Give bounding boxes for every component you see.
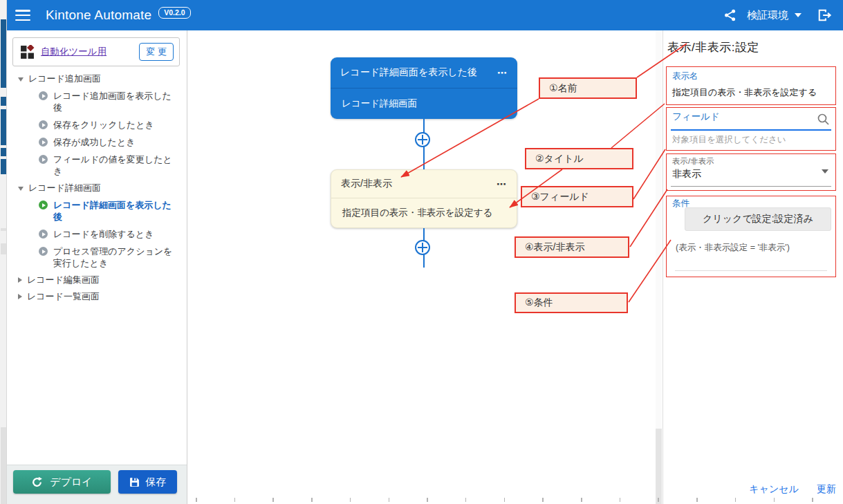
panel-title: 表示/非表示:設定 bbox=[667, 39, 759, 55]
action-node[interactable]: 表示/非表示 ⋯ 指定項目の表示・非表示を設定する bbox=[331, 169, 517, 228]
condition-section: 条件 クリックで設定:設定済み (表示・非表示設定 = '非表示') bbox=[666, 196, 836, 277]
environment-dropdown[interactable]: 検証環境 bbox=[747, 9, 802, 22]
action-node-subtitle: 指定項目の表示・非表示を設定する bbox=[331, 198, 517, 227]
play-circle-icon bbox=[39, 120, 48, 129]
menu-icon[interactable] bbox=[15, 10, 30, 21]
visibility-underline bbox=[671, 186, 831, 187]
action-node-title: 表示/非表示 bbox=[341, 178, 392, 190]
visibility-value: 非表示 bbox=[672, 168, 830, 180]
chevron-down-icon bbox=[795, 13, 802, 17]
version-badge: V0.2.0 bbox=[158, 7, 190, 19]
app-name-link[interactable]: 自動化ツール用 bbox=[41, 46, 106, 58]
display-name-field[interactable]: 表示名 指定項目の表示・非表示を設定する bbox=[666, 66, 836, 105]
refresh-icon bbox=[31, 476, 43, 488]
annotation-field: ③フィールド bbox=[521, 186, 633, 207]
tree-group-record-edit[interactable]: レコード編集画面 bbox=[7, 272, 187, 288]
field-select-placeholder: 対象項目を選択してください bbox=[672, 134, 786, 146]
event-tree: レコード追加画面 レコード追加画面を表示した後 保存をクリックしたとき 保存が成… bbox=[7, 71, 187, 305]
top-app-bar: Kintone Automate V0.2.0 検証環境 bbox=[7, 0, 843, 30]
tree-item[interactable]: フィールドの値を変更したとき bbox=[7, 151, 187, 180]
deploy-button[interactable]: デプロイ bbox=[13, 470, 111, 494]
chevron-expanded-icon bbox=[18, 187, 24, 191]
tree-item-label: レコードを削除するとき bbox=[53, 228, 154, 240]
node-menu-icon[interactable]: ⋯ bbox=[497, 178, 507, 189]
divider bbox=[675, 270, 827, 271]
tree-group-label: レコード詳細画面 bbox=[28, 182, 101, 194]
visibility-label: 表示/非表示 bbox=[672, 156, 830, 167]
play-circle-icon bbox=[39, 230, 48, 239]
play-circle-icon bbox=[39, 91, 48, 100]
condition-summary: (表示・非表示設定 = '非表示') bbox=[676, 242, 790, 254]
trigger-node[interactable]: レコード詳細画面を表示した後 ⋯ レコード詳細画面 bbox=[331, 57, 517, 119]
trigger-node-subtitle: レコード詳細画面 bbox=[331, 88, 517, 118]
play-circle-icon bbox=[39, 155, 48, 164]
play-circle-icon bbox=[39, 138, 48, 147]
annotation-title: ②タイトル bbox=[525, 148, 633, 169]
floppy-icon bbox=[129, 477, 140, 487]
tree-item-label: レコード詳細画面を表示した後 bbox=[53, 199, 180, 223]
annotation-name: ①名前 bbox=[539, 77, 637, 99]
play-circle-icon-active bbox=[39, 200, 48, 209]
save-button[interactable]: 保存 bbox=[118, 470, 177, 494]
sidebar-footer: デプロイ 保存 bbox=[7, 465, 187, 504]
display-name-value[interactable]: 指定項目の表示・非表示を設定する bbox=[672, 86, 830, 99]
app-icon bbox=[20, 45, 35, 59]
tree-group-label: レコード一覧画面 bbox=[27, 290, 100, 303]
tree-item-label: フィールドの値を変更したとき bbox=[53, 153, 180, 177]
tree-item[interactable]: 保存をクリックしたとき bbox=[7, 116, 187, 133]
trigger-node-title: レコード詳細画面を表示した後 bbox=[340, 66, 477, 79]
tree-group-label: レコード編集画面 bbox=[27, 274, 100, 286]
environment-label: 検証環境 bbox=[747, 9, 788, 22]
play-circle-icon bbox=[39, 247, 48, 256]
deploy-label: デプロイ bbox=[50, 476, 92, 489]
tree-group-record-detail[interactable]: レコード詳細画面 bbox=[7, 180, 187, 196]
cancel-button[interactable]: キャンセル bbox=[749, 483, 799, 496]
background-window-edge bbox=[0, 0, 7, 504]
annotation-condition: ⑤条件 bbox=[515, 292, 628, 313]
canvas-scrollbar[interactable] bbox=[656, 30, 662, 504]
visibility-dropdown[interactable]: 表示/非表示 非表示 bbox=[666, 153, 836, 191]
tree-item-label: 保存が成功したとき bbox=[53, 136, 136, 148]
sidebar: 自動化ツール用 変 更 レコード追加画面 レコード追加画面を表示した後 保存をク… bbox=[7, 30, 187, 504]
field-select-field[interactable]: フィールド 対象項目を選択してください bbox=[666, 107, 836, 151]
share-icon[interactable] bbox=[723, 8, 737, 22]
chevron-collapsed-icon bbox=[18, 277, 22, 283]
change-app-button[interactable]: 変 更 bbox=[139, 43, 174, 61]
app-root: Kintone Automate V0.2.0 検証環境 自動化ツール用 変 更 bbox=[0, 0, 843, 504]
app-selector: 自動化ツール用 変 更 bbox=[12, 37, 180, 66]
logout-icon[interactable] bbox=[817, 8, 832, 22]
tree-group-label: レコード追加画面 bbox=[28, 73, 101, 85]
settings-panel: 表示/非表示:設定 表示名 指定項目の表示・非表示を設定する フィールド 対象項… bbox=[663, 30, 843, 504]
add-step-button[interactable] bbox=[415, 132, 430, 147]
tree-item-label: 保存をクリックしたとき bbox=[53, 119, 154, 131]
app-title: Kintone Automate bbox=[46, 8, 151, 23]
tree-group-record-list[interactable]: レコード一覧画面 bbox=[7, 288, 187, 305]
tree-group-record-add[interactable]: レコード追加画面 bbox=[7, 71, 187, 87]
field-select-label: フィールド bbox=[672, 111, 830, 123]
tree-item[interactable]: プロセス管理のアクションを実行したとき bbox=[7, 243, 187, 272]
update-button[interactable]: 更新 bbox=[817, 483, 836, 496]
annotation-visibility: ④表示/非表示 bbox=[515, 236, 629, 258]
save-label: 保存 bbox=[146, 476, 167, 489]
display-name-label: 表示名 bbox=[672, 71, 830, 82]
search-icon[interactable] bbox=[817, 113, 830, 129]
chevron-expanded-icon bbox=[18, 77, 24, 82]
chevron-collapsed-icon bbox=[18, 294, 22, 299]
tree-item-label: プロセス管理のアクションを実行したとき bbox=[53, 245, 180, 269]
node-menu-icon[interactable]: ⋯ bbox=[497, 67, 508, 78]
condition-set-button[interactable]: クリックで設定:設定済み bbox=[685, 207, 831, 231]
tree-item-selected[interactable]: レコード詳細画面を表示した後 bbox=[7, 196, 187, 225]
tree-item[interactable]: レコードを削除するとき bbox=[7, 225, 187, 243]
add-step-button[interactable] bbox=[415, 240, 430, 255]
tree-item[interactable]: レコード追加画面を表示した後 bbox=[7, 87, 187, 116]
tree-item[interactable]: 保存が成功したとき bbox=[7, 133, 187, 151]
dropdown-caret-icon[interactable] bbox=[822, 169, 828, 174]
tree-item-label: レコード追加画面を表示した後 bbox=[53, 90, 180, 113]
field-input-underline bbox=[671, 129, 831, 131]
